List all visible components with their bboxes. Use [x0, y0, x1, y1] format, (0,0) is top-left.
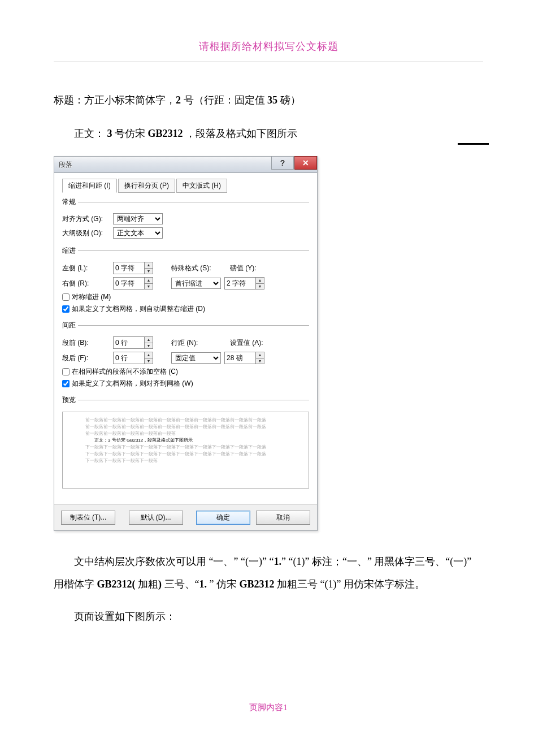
spin-down-icon[interactable]: ▼ [145, 269, 153, 274]
text: ” 仿宋 [207, 578, 240, 590]
auto-adjust-right-indent-label: 如果定义了文档网格，则自动调整右缩进 (D) [72, 304, 205, 314]
no-space-same-style-checkbox[interactable] [62, 368, 70, 375]
group-general-legend: 常规 [62, 197, 78, 207]
indent-left-input[interactable] [114, 262, 144, 274]
group-indent-legend: 缩进 [62, 246, 78, 256]
mirror-indent-label: 对称缩进 (M) [72, 292, 111, 302]
preview-box: 前一段落前一段落前一段落前一段落前一段落前一段落前一段落前一段落前一段落前一段落… [62, 412, 309, 489]
text: 文中结构层次序数依次可以用 “一、” “(一)” “ [74, 556, 273, 567]
titlebar: 段落 ? ✕ [54, 157, 317, 173]
text: 号仿宋 [112, 128, 148, 139]
by-value-label: 磅值 (Y): [230, 263, 275, 273]
dialog-footer: 制表位 (T)... 默认 (D)... 确定 取消 [54, 504, 317, 530]
structure-sequence-paragraph: 文中结构层次序数依次可以用 “一、” “(一)” “1.” “(1)” 标注；“… [54, 551, 483, 595]
space-after-spinner[interactable]: ▲▼ [113, 352, 153, 364]
text-bold: 1. [199, 578, 207, 590]
spin-up-icon[interactable]: ▲ [145, 262, 153, 269]
preview-text: 前一段落前一段落前一段落前一段落前一段落前一段落前一段落前一段落前一段落前一段落 [85, 417, 286, 424]
text-bold: 2 [176, 94, 181, 106]
by-value-input[interactable] [225, 278, 255, 289]
spin-down-icon[interactable]: ▼ [145, 284, 153, 290]
at-value-input[interactable] [225, 352, 255, 364]
cancel-button[interactable]: 取消 [256, 511, 310, 525]
spin-up-icon[interactable]: ▲ [145, 352, 153, 358]
mirror-indent-checkbox[interactable] [62, 293, 70, 301]
indent-right-input[interactable] [114, 278, 144, 289]
line-spacing-label: 行距 (N): [171, 338, 216, 348]
indent-right-spinner[interactable]: ▲▼ [113, 277, 153, 290]
snap-to-grid-checkbox[interactable] [62, 380, 70, 387]
text: ，段落及格式如下图所示 [183, 128, 298, 139]
indent-left-spinner[interactable]: ▲▼ [113, 262, 153, 274]
page-setup-intro: 页面设置如下图所示： [54, 610, 483, 623]
spin-up-icon[interactable]: ▲ [145, 278, 153, 284]
tab-asian-typography[interactable]: 中文版式 (H) [176, 179, 227, 193]
text: 标题：方正小标宋简体字， [54, 94, 176, 106]
default-button[interactable]: 默认 (D)... [129, 511, 183, 525]
tab-indent-spacing[interactable]: 缩进和间距 (I) [62, 179, 117, 193]
space-after-label: 段后 (F): [62, 353, 110, 363]
indent-right-label: 右侧 (R): [62, 279, 110, 288]
indent-left-label: 左侧 (L): [62, 263, 110, 273]
group-spacing: 间距 段前 (B): ▲▼ 行距 (N): 设置值 (A): 段后 (F): [62, 321, 309, 391]
text: 加粗三号 “(1)” 用仿宋体字标注。 [275, 578, 425, 590]
tabs-button[interactable]: 制表位 (T)... [61, 511, 115, 525]
auto-adjust-right-indent-checkbox[interactable] [62, 305, 70, 313]
tab-bar: 缩进和间距 (I) 换行和分页 (P) 中文版式 (H) [62, 179, 309, 193]
special-format-select[interactable]: 首行缩进 [171, 278, 221, 289]
space-before-spinner[interactable]: ▲▼ [113, 336, 153, 349]
special-format-label: 特殊格式 (S): [171, 263, 216, 273]
text-bold: GB2312 [240, 578, 275, 590]
by-value-spinner[interactable]: ▲▼ [224, 277, 264, 290]
group-indent: 缩进 左侧 (L): ▲▼ 特殊格式 (S): 磅值 (Y): 右侧 (R): [62, 246, 309, 316]
group-preview-legend: 预览 [62, 395, 78, 405]
space-before-input[interactable] [114, 337, 144, 348]
preview-text: 前一段落前一段落前一段落前一段落前一段落前一段落前一段落前一段落前一段落前一段落 [85, 424, 286, 430]
text-bold: GB2312 [148, 128, 183, 139]
at-value-label: 设置值 (A): [230, 338, 275, 348]
page-header: 请根据所给材料拟写公文标题 [54, 40, 483, 62]
text: 号（行距：固定值 [181, 94, 267, 106]
outline-level-label: 大纲级别 (O): [62, 228, 110, 238]
tab-line-page-breaks[interactable]: 换行和分页 (P) [118, 179, 175, 193]
at-value-spinner[interactable]: ▲▼ [224, 352, 264, 364]
spin-down-icon[interactable]: ▼ [256, 358, 264, 364]
dialog-title: 段落 [59, 160, 72, 170]
paragraph-dialog: 段落 ? ✕ 缩进和间距 (I) 换行和分页 (P) 中文版式 (H) 常规 对… [54, 156, 318, 531]
preview-text: 下一段落下一段落下一段落下一段落下一段落下一段落下一段落下一段落下一段落下一段落 [85, 444, 286, 451]
no-space-same-style-label: 在相同样式的段落间不添加空格 (C) [72, 367, 178, 377]
spin-up-icon[interactable]: ▲ [256, 352, 264, 358]
preview-text: 下一段落下一段落下一段落下一段落下一段落下一段落下一段落下一段落下一段落下一段落 [85, 451, 286, 457]
group-spacing-legend: 间距 [62, 321, 78, 330]
text: 磅） [277, 94, 301, 106]
alignment-label: 对齐方式 (G): [62, 214, 110, 224]
spin-up-icon[interactable]: ▲ [256, 278, 264, 284]
text-bold: 1. [273, 556, 281, 567]
marker-line [458, 143, 489, 145]
text-bold: GB2312( [97, 578, 136, 590]
spin-down-icon[interactable]: ▼ [256, 284, 264, 290]
group-general: 常规 对齐方式 (G): 两端对齐 大纲级别 (O): 正文文本 [62, 197, 309, 241]
ok-button[interactable]: 确定 [196, 511, 250, 525]
text: 正文： [74, 128, 107, 139]
body-spec-line: 正文： 3 号仿宋 GB2312 ，段落及格式如下图所示 [54, 127, 483, 140]
line-spacing-select[interactable]: 固定值 [171, 352, 221, 364]
preview-text: 前一段落前一段落前一段落前一段落前一段落 [85, 430, 286, 437]
text-bold: 35 [267, 94, 277, 106]
space-before-label: 段前 (B): [62, 338, 110, 348]
spin-down-icon[interactable]: ▼ [145, 358, 153, 364]
alignment-select[interactable]: 两端对齐 [113, 213, 163, 224]
outline-level-select[interactable]: 正文文本 [113, 227, 163, 239]
space-after-input[interactable] [114, 352, 144, 364]
spin-up-icon[interactable]: ▲ [145, 337, 153, 343]
help-button[interactable]: ? [271, 156, 294, 170]
text-bold: 3 [107, 128, 112, 139]
spin-down-icon[interactable]: ▼ [145, 343, 153, 349]
title-spec-line: 标题：方正小标宋简体字，2 号（行距：固定值 35 磅） [54, 93, 483, 107]
snap-to-grid-label: 如果定义了文档网格，则对齐到网格 (W) [72, 379, 193, 388]
page-footer: 页脚内容1 [54, 702, 483, 730]
text: 三号、“ [162, 578, 199, 590]
preview-sample-text: 正文：3 号仿宋 GB2312，段落及格式如下图所示 [85, 437, 286, 444]
text: 加粗 [136, 578, 159, 590]
close-button[interactable]: ✕ [294, 156, 317, 170]
